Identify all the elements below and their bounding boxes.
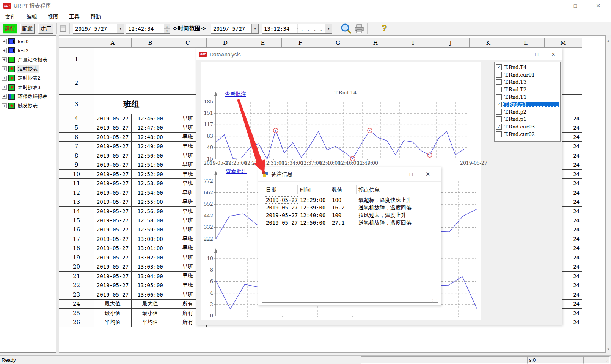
cell-B6[interactable]: 12:48:00 xyxy=(132,133,169,142)
cell-A19[interactable]: 2019-05-27 xyxy=(94,253,132,262)
cell-B4[interactable]: 12:46:00 xyxy=(132,114,169,123)
start-time-down-icon[interactable]: ▼ xyxy=(164,29,170,33)
cell-A9[interactable]: 2019-05-27 xyxy=(94,160,132,169)
cell-B14[interactable]: 12:56:00 xyxy=(132,207,169,216)
cell-B23[interactable]: 13:06:00 xyxy=(132,290,169,299)
remark-col-header-1[interactable]: 时间 xyxy=(300,187,311,194)
cell-A16[interactable]: 2019-05-27 xyxy=(94,225,132,234)
cell-B22[interactable]: 13:05:00 xyxy=(132,281,169,290)
grid-corner-cell[interactable] xyxy=(59,38,94,48)
group-header-cell[interactable]: 班组 xyxy=(94,95,169,114)
analysis-minimize-button[interactable]: — xyxy=(512,48,528,60)
checkbox-icon[interactable]: ✓ xyxy=(496,64,502,70)
remark-dialog-titlebar[interactable]: 备注信息 — □ ✕ xyxy=(258,167,441,182)
menu-item-3[interactable]: 工具 xyxy=(64,11,85,22)
expand-plus-icon[interactable]: + xyxy=(2,57,7,62)
cell-A25[interactable]: 最小值 xyxy=(94,309,132,318)
remark-close-button[interactable]: ✕ xyxy=(419,167,436,181)
cell-A10[interactable]: 2019-05-27 xyxy=(94,170,132,179)
series-item-6[interactable]: T.Rnd.p2 xyxy=(495,108,560,116)
cell-B18[interactable]: 13:01:00 xyxy=(132,244,169,253)
column-header-J[interactable]: J xyxy=(432,38,470,48)
row-header-8[interactable]: 8 xyxy=(59,151,94,160)
sidebar-item-1[interactable]: +test2 xyxy=(1,46,30,55)
series-item-0[interactable]: ✓T.Rnd.T4 xyxy=(495,64,560,71)
row-header-21[interactable]: 21 xyxy=(59,272,94,281)
remark-cell-r3c1[interactable]: 12:50:00 xyxy=(300,220,325,226)
cell-B9[interactable]: 12:51:00 xyxy=(132,160,169,169)
remark-col-header-0[interactable]: 日期 xyxy=(266,187,276,194)
cell-B13[interactable]: 12:55:00 xyxy=(132,197,169,206)
expand-plus-icon[interactable]: + xyxy=(2,103,7,108)
menu-item-2[interactable]: 视图 xyxy=(42,11,64,22)
row-header-18[interactable]: 18 xyxy=(59,244,94,253)
remark-cell-r0c2[interactable]: 100 xyxy=(332,197,341,203)
scroll-down-icon[interactable]: ▼ xyxy=(606,347,611,352)
remark-cell-r3c0[interactable]: 2019-05-27 xyxy=(266,220,298,226)
cell-B20[interactable]: 13:03:00 xyxy=(132,262,169,272)
row-header-15[interactable]: 15 xyxy=(59,216,94,225)
cell-A12[interactable]: 2019-05-27 xyxy=(94,188,132,197)
remark-cell-r1c0[interactable]: 2019-05-27 xyxy=(266,205,298,211)
start-time-spinner[interactable]: 12:42:34 ▲▼ xyxy=(126,24,170,34)
expand-plus-icon[interactable]: + xyxy=(2,94,7,99)
cell-A24[interactable]: 最大值 xyxy=(94,300,132,309)
column-header-D[interactable]: D xyxy=(207,38,244,48)
window-minimize-button[interactable]: — xyxy=(544,0,561,11)
cell-B15[interactable]: 12:58:00 xyxy=(132,216,169,225)
report-filter-combo[interactable]: . . . . . . ▼ xyxy=(298,24,332,34)
merged-cell-row1[interactable] xyxy=(94,48,207,71)
remark-cell-r0c0[interactable]: 2019-05-27 xyxy=(266,197,298,203)
row-header-20[interactable]: 20 xyxy=(59,262,94,272)
column-header-L[interactable]: L xyxy=(507,38,545,48)
start-time-up-icon[interactable]: ▲ xyxy=(164,24,170,29)
cell-B7[interactable]: 12:49:00 xyxy=(132,142,169,151)
help-icon[interactable]: ? xyxy=(382,23,387,33)
sidebar-item-4[interactable]: +定时抄表2 xyxy=(1,74,41,82)
cell-B5[interactable]: 12:47:00 xyxy=(132,123,169,132)
window-close-button[interactable]: ✕ xyxy=(589,0,607,11)
printer-icon[interactable] xyxy=(354,23,364,34)
config-button[interactable]: 配置 xyxy=(20,24,35,34)
sidebar-item-5[interactable]: +定时抄表3 xyxy=(1,83,41,92)
menu-item-1[interactable]: 编辑 xyxy=(21,11,42,22)
row-header-9[interactable]: 9 xyxy=(59,160,94,169)
checkbox-icon[interactable]: ✓ xyxy=(496,124,502,130)
view-annotation-link-0[interactable]: 查看批注 xyxy=(225,91,246,98)
checkbox-icon[interactable] xyxy=(496,116,502,122)
report-filter-dropdown-icon[interactable]: ▼ xyxy=(325,24,332,33)
cell-A26[interactable]: 平均值 xyxy=(94,318,132,327)
sidebar-item-6[interactable]: +环保数据报表 xyxy=(1,92,49,101)
start-date-picker[interactable]: 2019/ 5/27 ▼ xyxy=(73,24,124,34)
end-date-picker[interactable]: 2019/ 5/27 ▼ xyxy=(211,24,259,34)
checkbox-icon[interactable] xyxy=(496,72,502,78)
row-header-6[interactable]: 6 xyxy=(59,133,94,142)
menu-item-0[interactable]: 文件 xyxy=(0,11,21,22)
cell-B10[interactable]: 12:52:00 xyxy=(132,170,169,179)
series-item-9[interactable]: T.Rnd.cur02 xyxy=(495,130,560,138)
start-date-dropdown-icon[interactable]: ▼ xyxy=(117,24,124,33)
analysis-dialog-titlebar[interactable]: RPT DataAnalysis — □ ✕ xyxy=(196,48,562,60)
sidebar-item-3[interactable]: +定时抄表 xyxy=(1,65,39,73)
row-header-17[interactable]: 17 xyxy=(59,234,94,244)
cell-A4[interactable]: 2019-05-27 xyxy=(94,114,132,123)
analysis-maximize-button[interactable]: □ xyxy=(528,48,545,60)
cell-A13[interactable]: 2019-05-27 xyxy=(94,197,132,206)
column-header-M[interactable]: M xyxy=(545,38,582,48)
run-button[interactable]: 运行 xyxy=(3,24,17,34)
row-header-3[interactable]: 3 xyxy=(59,95,94,114)
remark-cell-r2c0[interactable]: 2019-05-27 xyxy=(266,212,298,218)
cell-A17[interactable]: 2019-05-27 xyxy=(94,234,132,244)
cell-A11[interactable]: 2019-05-27 xyxy=(94,179,132,188)
search-icon[interactable] xyxy=(340,23,352,35)
row-header-16[interactable]: 16 xyxy=(59,225,94,234)
window-maximize-button[interactable]: □ xyxy=(567,0,584,11)
remark-cell-r2c1[interactable]: 12:40:00 xyxy=(300,212,325,218)
expand-plus-icon[interactable]: + xyxy=(2,76,7,81)
checkbox-icon[interactable]: ✓ xyxy=(496,102,502,107)
row-header-7[interactable]: 7 xyxy=(59,142,94,151)
column-header-C[interactable]: C xyxy=(169,38,207,48)
series-item-4[interactable]: T.Rnd.T1 xyxy=(495,93,560,101)
remark-cell-r3c2[interactable]: 27.1 xyxy=(332,220,345,226)
build-button[interactable]: 建厂 xyxy=(38,24,53,34)
